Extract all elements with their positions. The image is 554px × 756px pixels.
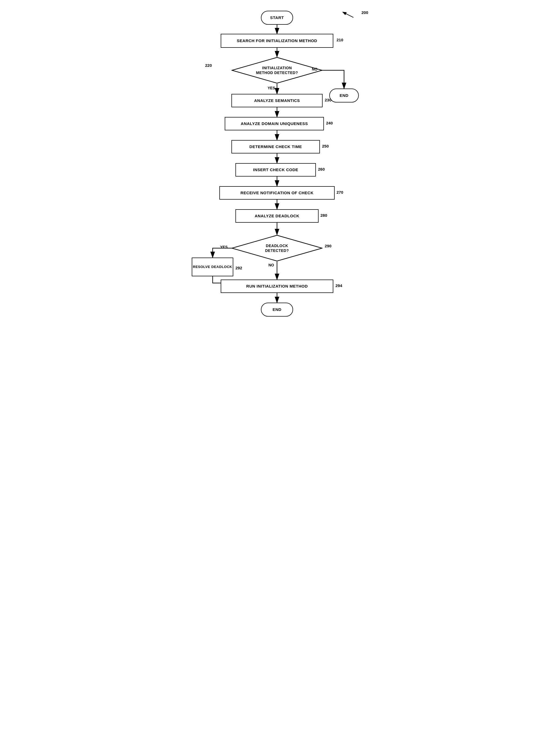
start-label: START xyxy=(270,15,284,20)
node-240: ANALYZE DOMAIN UNIQUENESS xyxy=(225,117,324,131)
ref-290: 290 xyxy=(325,244,331,248)
ref-220: 220 xyxy=(205,63,212,67)
node-230-label: ANALYZE SEMANTICS xyxy=(254,98,300,103)
node-290: DEADLOCK DETECTED? xyxy=(231,235,323,262)
svg-line-12 xyxy=(343,12,353,17)
node-220-label: INITIALIZATION METHOD DETECTED? xyxy=(254,65,300,75)
node-230: ANALYZE SEMANTICS xyxy=(231,94,323,107)
end-top-terminal: END xyxy=(329,89,359,102)
ref-240: 240 xyxy=(326,121,333,125)
node-270-label: RECEIVE NOTIFICATION OF CHECK xyxy=(240,190,314,196)
no-label-290: NO xyxy=(268,263,274,267)
node-280: ANALYZE DEADLOCK xyxy=(235,209,319,223)
node-280-label: ANALYZE DEADLOCK xyxy=(255,213,299,219)
node-294: RUN INITIALIZATION METHOD xyxy=(221,280,333,293)
node-210-label: SEARCH FOR INITIALIZATION METHOD xyxy=(237,38,317,44)
end-bottom-label: END xyxy=(272,307,281,312)
end-bottom-terminal: END xyxy=(261,303,293,316)
ref-294: 294 xyxy=(335,283,342,288)
ref-200: 200 xyxy=(362,10,368,15)
start-terminal: START xyxy=(261,11,293,25)
ref-270: 270 xyxy=(337,190,343,195)
node-250: DETERMINE CHECK TIME xyxy=(231,140,320,153)
node-210: SEARCH FOR INITIALIZATION METHOD xyxy=(221,34,333,48)
node-260: INSERT CHECK CODE xyxy=(235,163,316,177)
ref-arrow xyxy=(339,8,355,19)
no-label-220: NO xyxy=(312,67,318,71)
yes-label-220: YES xyxy=(268,86,275,90)
node-220: INITIALIZATION METHOD DETECTED? xyxy=(231,57,323,84)
ref-210: 210 xyxy=(337,38,343,42)
node-270: RECEIVE NOTIFICATION OF CHECK xyxy=(219,186,335,200)
ref-292: 292 xyxy=(235,266,242,270)
ref-280: 280 xyxy=(321,213,327,217)
flowchart-diagram: 200 START SEARCH FOR INITIALIZATION METH… xyxy=(178,5,376,276)
node-290-label: DEADLOCK DETECTED? xyxy=(254,243,300,253)
end-top-label: END xyxy=(339,93,348,98)
node-292: RESOLVE DEADLOCK xyxy=(192,258,233,276)
yes-label-290: YES xyxy=(220,245,228,249)
node-240-label: ANALYZE DOMAIN UNIQUENESS xyxy=(241,121,308,127)
ref-230: 230 xyxy=(325,98,331,102)
ref-260: 260 xyxy=(318,167,325,171)
node-294-label: RUN INITIALIZATION METHOD xyxy=(246,284,308,289)
node-292-label: RESOLVE DEADLOCK xyxy=(193,265,232,269)
node-250-label: DETERMINE CHECK TIME xyxy=(250,144,302,149)
node-260-label: INSERT CHECK CODE xyxy=(253,167,298,172)
ref-250: 250 xyxy=(322,144,329,148)
